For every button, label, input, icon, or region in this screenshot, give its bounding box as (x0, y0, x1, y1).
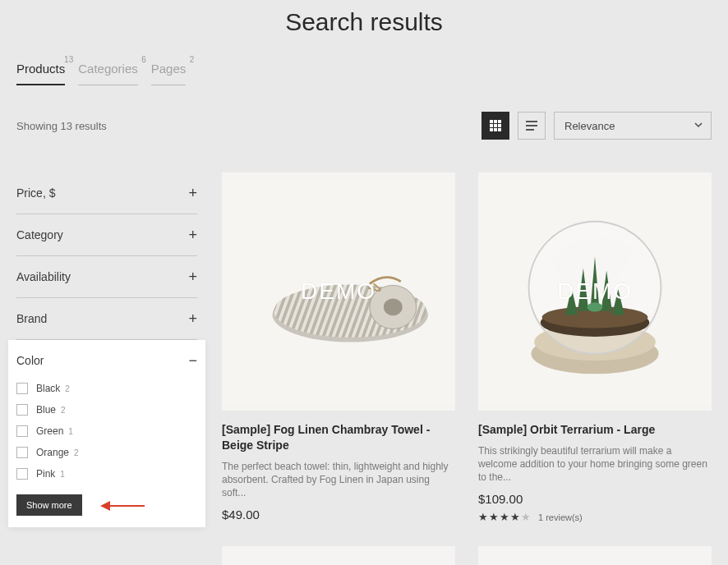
grid-icon (489, 119, 502, 132)
color-option-orange[interactable]: Orange 2 (16, 442, 197, 463)
product-price: $109.00 (478, 492, 712, 506)
plus-icon: + (188, 186, 197, 200)
option-count: 2 (65, 384, 70, 393)
filter-availability: Availability + (16, 256, 197, 298)
plus-icon: + (188, 311, 197, 326)
filter-sidebar: Price, $ + Category + Availability + Bra… (16, 172, 197, 565)
option-count: 1 (60, 470, 65, 479)
filter-color-toggle[interactable]: Color − (16, 340, 197, 378)
reviews-count: 1 review(s) (538, 512, 583, 522)
show-more-button[interactable]: Show more (16, 494, 82, 516)
annotation-arrow-icon (100, 498, 145, 514)
checkbox-icon (16, 447, 28, 458)
color-option-black[interactable]: Black 2 (16, 378, 197, 399)
star-rating: ★★★★★ (478, 511, 532, 523)
svg-rect-5 (498, 124, 501, 127)
filter-price: Price, $ + (16, 172, 197, 214)
filter-label: Color (16, 354, 44, 367)
next-row-peek (222, 546, 712, 565)
svg-rect-4 (494, 124, 497, 127)
tab-pages[interactable]: Pages 2 (151, 57, 187, 85)
results-count: Showing 13 results (16, 120, 107, 132)
product-description: The perfect beach towel: thin, lightweig… (222, 460, 455, 500)
svg-rect-6 (490, 128, 493, 131)
svg-rect-9 (526, 121, 537, 122)
filter-category-toggle[interactable]: Category + (16, 214, 197, 255)
checkbox-icon (16, 383, 28, 394)
sort-select[interactable]: Relevance (554, 112, 712, 140)
tab-label: Products (16, 62, 65, 76)
product-card[interactable]: DEMO [Sample] Orbit Terrarium - Large Th… (478, 172, 712, 523)
toolbar: Showing 13 results Relevance (16, 112, 712, 140)
svg-rect-1 (494, 120, 497, 123)
checkbox-icon (16, 468, 28, 480)
filter-category: Category + (16, 214, 197, 256)
filter-label: Brand (16, 312, 47, 325)
option-label: Pink (36, 468, 55, 480)
color-option-green[interactable]: Green 1 (16, 420, 197, 442)
option-count: 2 (61, 406, 66, 415)
checkbox-icon (16, 425, 28, 437)
search-tabs: Products 13 Categories 6 Pages 2 (16, 57, 712, 85)
page-title: Search results (16, 0, 712, 57)
product-card[interactable]: DEMO [Sample] Fog Linen Chambray Towel -… (222, 172, 455, 523)
product-card-peek (222, 546, 455, 565)
svg-rect-8 (498, 128, 501, 131)
color-option-pink[interactable]: Pink 1 (16, 463, 197, 485)
tab-label: Categories (78, 62, 138, 76)
tab-label: Pages (151, 62, 187, 76)
option-label: Green (36, 425, 63, 437)
filter-label: Availability (16, 270, 71, 283)
color-option-blue[interactable]: Blue 2 (16, 399, 197, 420)
rating-row: ★★★★★ 1 review(s) (478, 511, 712, 523)
product-image: DEMO (222, 172, 455, 411)
demo-watermark: DEMO (301, 278, 376, 305)
svg-rect-10 (526, 125, 537, 126)
product-card-peek (478, 546, 712, 565)
plus-icon: + (188, 269, 197, 284)
svg-rect-0 (490, 120, 493, 123)
demo-watermark: DEMO (557, 278, 633, 305)
product-price: $49.00 (222, 508, 455, 521)
color-options: Black 2 Blue 2 Green 1 (16, 378, 197, 489)
option-label: Blue (36, 404, 56, 416)
svg-point-19 (384, 299, 403, 316)
tab-products[interactable]: Products 13 (16, 57, 65, 85)
plus-icon: + (188, 227, 197, 242)
filter-label: Price, $ (16, 186, 55, 200)
svg-rect-11 (526, 129, 534, 131)
tab-count: 2 (190, 55, 195, 64)
filter-brand-toggle[interactable]: Brand + (16, 298, 197, 339)
option-count: 1 (68, 427, 73, 436)
sort-select-wrap: Relevance (554, 112, 712, 140)
filter-label: Category (16, 228, 63, 241)
product-description: This strikingly beautiful terrarium will… (478, 444, 712, 485)
tab-categories[interactable]: Categories 6 (78, 57, 138, 85)
grid-view-button[interactable] (481, 112, 509, 140)
svg-rect-7 (494, 128, 497, 131)
filter-color: Color − Black 2 Blue 2 (8, 340, 205, 527)
list-icon (525, 119, 538, 132)
filter-brand: Brand + (16, 298, 197, 340)
product-title: [Sample] Orbit Terrarium - Large (478, 422, 712, 438)
product-title: [Sample] Fog Linen Chambray Towel - Beig… (222, 422, 455, 453)
tab-count: 13 (64, 55, 73, 64)
filter-availability-toggle[interactable]: Availability + (16, 256, 197, 297)
svg-rect-3 (490, 124, 493, 127)
svg-rect-2 (498, 120, 501, 123)
checkbox-icon (16, 404, 28, 416)
product-image: DEMO (478, 172, 712, 411)
filter-price-toggle[interactable]: Price, $ + (16, 172, 197, 214)
option-count: 2 (74, 448, 79, 457)
option-label: Black (36, 383, 60, 394)
option-label: Orange (36, 447, 69, 458)
tab-count: 6 (141, 55, 146, 64)
minus-icon: − (188, 353, 197, 368)
product-grid: DEMO [Sample] Fog Linen Chambray Towel -… (222, 172, 712, 565)
list-view-button[interactable] (518, 112, 546, 140)
